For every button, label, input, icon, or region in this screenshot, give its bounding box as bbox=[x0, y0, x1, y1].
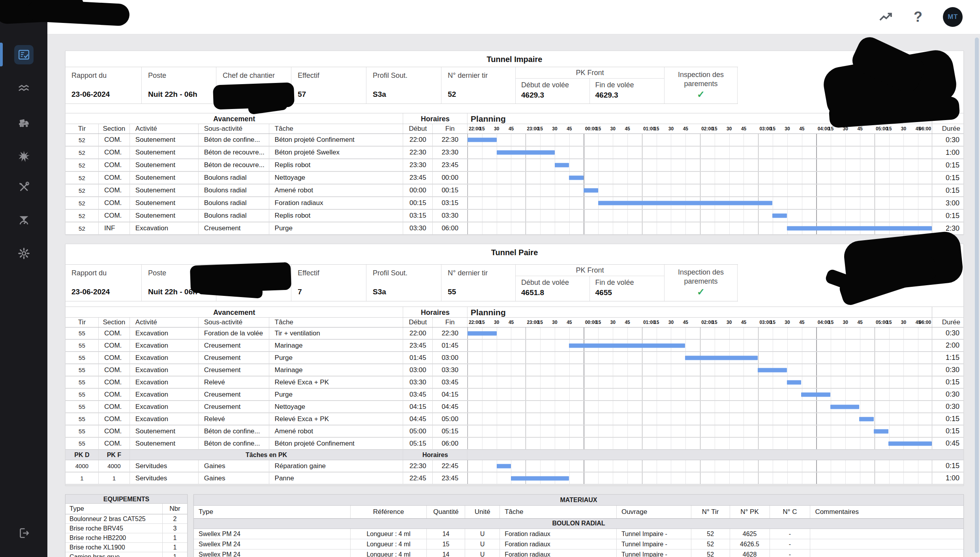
axis-tick: 30 bbox=[901, 126, 906, 132]
cell-activite: Soutenement bbox=[130, 425, 199, 437]
sidebar-item-logout[interactable] bbox=[0, 519, 47, 547]
cell-debut: 05:15 bbox=[403, 438, 433, 449]
col-tir: Tir bbox=[66, 124, 99, 134]
axis-tick: 30 bbox=[668, 126, 674, 132]
cell-duree: 0:15 bbox=[932, 425, 963, 437]
sidebar-item-reports[interactable] bbox=[0, 41, 47, 68]
help-icon[interactable]: ? bbox=[914, 10, 922, 24]
cell-tache: Relevé Exca + PK bbox=[269, 413, 404, 425]
cell-sous-activite: Béton de confine... bbox=[199, 438, 269, 449]
dernier-tir-label: N° dernier tir bbox=[448, 72, 515, 80]
col-tir: Tir bbox=[66, 318, 99, 327]
task-row: 55COM.ExcavationCreusementMarinage23:450… bbox=[66, 340, 963, 352]
col-duree: Durée bbox=[932, 318, 963, 327]
cell-tir: 52 bbox=[66, 197, 99, 209]
materiau-cell: Longueur : 4 ml bbox=[351, 529, 427, 539]
mat-col-npk: N° PK bbox=[730, 506, 770, 518]
gantt-bar bbox=[874, 429, 888, 433]
pk-task-row: 40004000ServitudesGainesRéparation gaine… bbox=[66, 460, 963, 472]
cell-debut: 22:30 bbox=[403, 460, 433, 472]
materiau-row: Swellex PM 24Longueur : 4 ml15UForation … bbox=[194, 539, 963, 549]
cell-section: COM. bbox=[99, 340, 130, 351]
cell-fin: 03:15 bbox=[433, 197, 467, 209]
tunnel-title: Tunnel Paire bbox=[66, 248, 963, 257]
cell-duree: 2:00 bbox=[932, 340, 963, 351]
cell-fin: 06:00 bbox=[433, 438, 467, 449]
cell-section: COM. bbox=[99, 401, 130, 412]
poste-value: Nuit 22h - 06h bbox=[148, 90, 216, 99]
cell-duree: 0:15 bbox=[932, 184, 963, 196]
axis-tick: 45 bbox=[625, 126, 630, 132]
materiau-cell: Foration radiaux bbox=[500, 539, 617, 549]
pk-front-label: PK Front bbox=[516, 265, 664, 276]
scrollbar-thumb[interactable] bbox=[975, 38, 979, 553]
materiau-cell: Swellex PM 24 bbox=[194, 529, 351, 539]
cell-sous-activite: Béton de recouvre... bbox=[199, 159, 269, 171]
cell-tache: Relevé Exca + PK bbox=[269, 376, 404, 388]
pk-horaires-label: Horaires bbox=[403, 450, 467, 460]
sidebar-item-tools[interactable] bbox=[0, 173, 47, 201]
materiau-cell: Foration radiaux bbox=[500, 549, 617, 557]
gantt-bar bbox=[685, 356, 758, 360]
mat-col-nc: N° C bbox=[770, 506, 811, 518]
cell-debut: 22:00 bbox=[403, 134, 433, 146]
cell-fin: 22:30 bbox=[433, 327, 467, 339]
materiau-cell: 14 bbox=[427, 549, 465, 557]
cell-activite: Excavation bbox=[130, 364, 199, 376]
cell-tache: Purge bbox=[269, 389, 404, 400]
cell-tir: 55 bbox=[66, 352, 99, 363]
planning-axis: 22:0015304523:0015304500:0015304501:0015… bbox=[467, 318, 932, 327]
axis-tick: 02:00 bbox=[701, 126, 713, 132]
task-row: 52INFExcavationCreusementPurge03:3006:00… bbox=[66, 222, 963, 235]
materiaux-rows: Swellex PM 24Longueur : 4 ml14UForation … bbox=[194, 529, 963, 557]
sidebar-item-waves[interactable] bbox=[0, 74, 47, 102]
gantt-cell bbox=[467, 389, 932, 400]
effectif-label: Effectif bbox=[298, 269, 366, 277]
cell-activite: Soutenement bbox=[130, 184, 199, 196]
cell-sous-activite: Relevé bbox=[199, 413, 269, 425]
col-fin: Fin bbox=[433, 318, 467, 327]
gantt-bar bbox=[801, 392, 830, 397]
poste-label: Poste bbox=[148, 72, 216, 80]
gantt-bar bbox=[772, 214, 787, 218]
cell-debut: 03:30 bbox=[403, 376, 433, 388]
trending-up-icon[interactable] bbox=[878, 9, 893, 24]
avatar[interactable]: MT bbox=[943, 7, 963, 27]
cell-activite: Excavation bbox=[130, 340, 199, 351]
sidebar-item-gauge[interactable] bbox=[0, 206, 47, 234]
axis-tick: 00:00 bbox=[585, 320, 597, 325]
gantt-cell bbox=[467, 352, 932, 363]
profil-value: S3a bbox=[373, 90, 441, 99]
cell-tache: Nettoyage bbox=[269, 172, 404, 184]
sidebar-item-mixer[interactable] bbox=[0, 109, 47, 137]
axis-tick: 45 bbox=[683, 126, 688, 132]
topbar: ? MT bbox=[47, 0, 980, 34]
equip-cell: Brise roche BRV45 bbox=[66, 524, 163, 533]
effectif-value: 57 bbox=[298, 90, 366, 99]
gear-icon bbox=[14, 244, 34, 263]
materiau-row: Swellex PM 24Longueur : 4 ml14UForation … bbox=[194, 529, 963, 539]
axis-tick: 05:00 bbox=[876, 320, 888, 325]
axis-tick: 30 bbox=[785, 320, 790, 325]
cell-debut: 00:15 bbox=[403, 197, 433, 209]
debut-volee-value: 4651.8 bbox=[521, 288, 590, 297]
sidebar-item-settings[interactable] bbox=[0, 239, 47, 267]
cell-tir: 55 bbox=[66, 425, 99, 437]
axis-tick: 00:00 bbox=[585, 126, 597, 132]
sidebar-item-blast[interactable] bbox=[0, 143, 47, 170]
mixer-truck-icon bbox=[14, 114, 34, 133]
equip-cell: 2 bbox=[163, 514, 187, 523]
cell-sous-activite: Creusement bbox=[199, 389, 269, 400]
gantt-bar bbox=[787, 226, 932, 231]
cell-sous-activite: Creusement bbox=[199, 401, 269, 412]
cell-duree: 0:15 bbox=[932, 159, 963, 171]
cell-fin: 05:15 bbox=[433, 425, 467, 437]
cell-section: COM. bbox=[99, 364, 130, 376]
pk-d-label: PK D bbox=[66, 450, 99, 460]
axis-tick: 30 bbox=[668, 320, 674, 325]
axis-tick: 15 bbox=[479, 320, 484, 325]
materiau-cell: 4625 bbox=[730, 529, 770, 539]
cell-tache: Purge bbox=[269, 352, 404, 363]
taches-en-pk-label: Tâches en PK bbox=[130, 450, 403, 460]
equip-cell: 1 bbox=[163, 533, 187, 542]
